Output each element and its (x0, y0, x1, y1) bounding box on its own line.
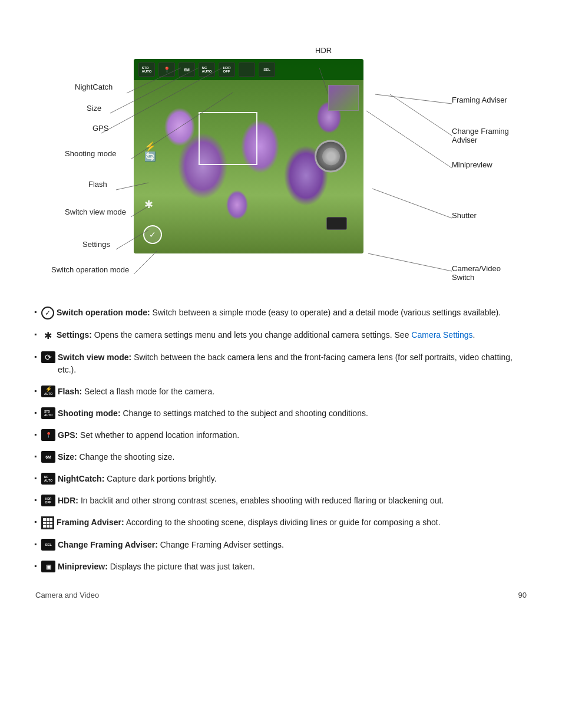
camera-settings-link[interactable]: Camera Settings (411, 330, 472, 340)
minipreview-label: Minipreview: (58, 562, 108, 571)
camera-image: STDAUTO 📍 6M NCAUTO HDROFF SEL ⚡ (134, 59, 363, 253)
change-framing-label: Change Framing Adviser: (58, 540, 158, 549)
nightcatch-label: NightCatch: (58, 474, 104, 483)
toolbar-icon-std: STDAUTO (138, 62, 155, 77)
settings-text: Settings: Opens the camera settings menu… (57, 329, 527, 341)
list-item-flash: ⚡AUTO Flash: Select a flash mode for the… (35, 386, 527, 398)
label-size: Size (87, 104, 101, 113)
label-hdr: HDR (315, 46, 332, 55)
switch-view-icon-list: ⟳ (41, 351, 55, 363)
hdr-label: HDR: (58, 496, 78, 505)
flash-text: Flash: Select a flash mode for the camer… (58, 386, 527, 398)
list-item-gps: 📍 GPS: Set whether to append location in… (35, 429, 527, 442)
settings-icon-list: ✱ (41, 329, 54, 342)
footer: Camera and Video 90 (35, 591, 527, 599)
toolbar-icon-hdr: HDROFF (219, 62, 235, 77)
label-settings: Settings (82, 240, 110, 249)
shutter-button[interactable] (315, 140, 347, 173)
gps-text: GPS: Set whether to append location info… (58, 429, 527, 442)
toolbar-icon-6m: 6M (178, 62, 195, 77)
minipreview-icon-list: ▣ (41, 561, 55, 572)
toolbar-icon-sel: SEL (259, 62, 275, 77)
gps-icon-list: 📍 (41, 429, 55, 441)
label-shooting-mode: Shooting mode (65, 149, 116, 158)
switch-op-icon: ✓ (41, 307, 54, 319)
framing-adviser-label: Framing Adviser: (57, 518, 124, 527)
list-item-size: 6M Size: Change the shooting size. (35, 451, 527, 463)
label-gps: GPS (92, 124, 108, 133)
svg-line-12 (372, 189, 452, 218)
toolbar-icon-gps: 📍 (158, 62, 175, 77)
shooting-mode-icon-list: STDAUTO (41, 407, 55, 419)
minipreview-thumbnail (328, 85, 359, 111)
label-shutter: Shutter (452, 211, 477, 220)
footer-left: Camera and Video (35, 591, 99, 599)
svg-line-11 (366, 111, 452, 168)
footer-right: 90 (518, 591, 527, 599)
switch-op-label: Switch operation mode: (57, 308, 150, 317)
svg-line-7 (134, 251, 157, 274)
label-switch-view-mode: Switch view mode (65, 207, 126, 216)
change-framing-icon-list: SEL (41, 539, 55, 551)
shooting-mode-text: Shooting mode: Change to settings matche… (58, 407, 527, 420)
label-switch-operation-mode: Switch operation mode (51, 265, 129, 274)
gps-label: GPS: (58, 430, 78, 440)
list-item-minipreview: ▣ Minipreview: Displays the picture that… (35, 561, 527, 573)
list-item-hdr: HDROFF HDR: In backlit and other strong … (35, 495, 527, 507)
size-label: Size: (58, 452, 77, 462)
svg-line-13 (368, 253, 452, 271)
switch-op-btn-camera[interactable]: ✓ (143, 225, 162, 244)
switch-op-text: Switch operation mode: Switch between a … (57, 307, 527, 319)
label-minipreview: Minipreview (452, 160, 492, 169)
framing-adviser-text: Framing Adviser: According to the shooti… (57, 516, 527, 529)
list-item-settings: ✱ Settings: Opens the camera settings me… (35, 329, 527, 342)
label-flash: Flash (88, 180, 107, 189)
switch-view-label: Switch view mode: (58, 353, 131, 362)
framing-adviser-icon-list (41, 516, 54, 529)
switch-view-text: Switch view mode: Switch between the bac… (58, 351, 527, 376)
list-item-switch-operation-mode: ✓ Switch operation mode: Switch between … (35, 307, 527, 319)
settings-icon-camera: ✱ (144, 198, 153, 211)
svg-line-10 (390, 94, 452, 136)
flash-label: Flash: (58, 387, 82, 396)
minipreview-text: Minipreview: Displays the picture that w… (58, 561, 527, 573)
label-camera-video-switch: Camera/VideoSwitch (452, 264, 501, 282)
focus-box (199, 112, 257, 165)
shooting-mode-label: Shooting mode: (58, 409, 121, 418)
camera-video-switch-button[interactable] (326, 217, 347, 230)
toolbar-icon-nc: NCAUTO (199, 62, 215, 77)
list-item-shooting-mode: STDAUTO Shooting mode: Change to setting… (35, 407, 527, 420)
flash-icon-list: ⚡AUTO (41, 386, 55, 397)
change-framing-text: Change Framing Adviser: Change Framing A… (58, 539, 527, 551)
diagram-section: STDAUTO 📍 6M NCAUTO HDROFF SEL ⚡ (39, 24, 523, 301)
size-icon-list: 6M (41, 451, 55, 463)
toolbar-icon-grid (239, 62, 255, 77)
hdr-text: HDR: In backlit and other strong contras… (58, 495, 527, 507)
list-item-switch-view-mode: ⟳ Switch view mode: Switch between the b… (35, 351, 527, 376)
items-list: ✓ Switch operation mode: Switch between … (35, 307, 527, 573)
nightcatch-icon-list: NCAUTO (41, 473, 55, 485)
label-framing-adviser: Framing Adviser (452, 95, 507, 104)
list-item-change-framing-adviser: SEL Change Framing Adviser: Change Frami… (35, 539, 527, 551)
camera-toolbar: STDAUTO 📍 6M NCAUTO HDROFF SEL (134, 59, 363, 80)
nightcatch-text: NightCatch: Capture dark portions bright… (58, 473, 527, 485)
label-nightcatch: NightCatch (75, 83, 113, 91)
settings-label: Settings: (57, 330, 92, 340)
list-item-nightcatch: NCAUTO NightCatch: Capture dark portions… (35, 473, 527, 485)
list-item-framing-adviser: Framing Adviser: According to the shooti… (35, 516, 527, 529)
hdr-icon-list: HDROFF (41, 495, 55, 506)
switch-view-icon-camera: 🔄 (144, 151, 156, 162)
label-change-framing-adviser: Change FramingAdviser (452, 127, 509, 144)
size-text: Size: Change the shooting size. (58, 451, 527, 463)
svg-line-9 (375, 94, 452, 104)
